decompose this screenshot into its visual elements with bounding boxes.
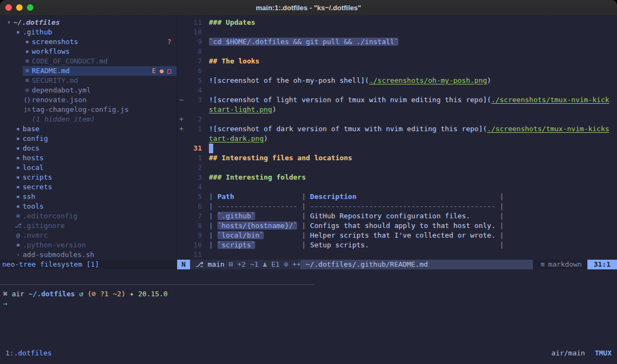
tree-item-github[interactable]: ▪.github xyxy=(0,27,177,37)
tree-item-inner: {}renovate.json xyxy=(23,95,177,105)
text-segment: | xyxy=(297,241,310,249)
prompt-line: ⌘ air ~/.dotfiles ↺ (⊘ ?1 ~2) ✦ 20.15.0 xyxy=(0,289,617,299)
mode-indicator: N xyxy=(177,260,190,269)
tree-item-inner: ▪.github xyxy=(13,27,177,37)
editor-line[interactable]: 11 xyxy=(177,250,617,260)
tmux-label: TMUX xyxy=(595,348,612,359)
tree-item-dotfiles[interactable]: ▾~/.dotfiles xyxy=(0,18,177,27)
tree-item-python-version[interactable]: ✱.python-version xyxy=(0,240,177,250)
tree-item-add-submodules-sh[interactable]: ›add-submodules.sh xyxy=(0,250,177,260)
tree-item-renovate-json[interactable]: {}renovate.json xyxy=(0,95,177,105)
tree-item-tools[interactable]: ▪tools xyxy=(0,202,177,211)
editor-line[interactable]: 9| `local/bin` | Helper scripts that I'v… xyxy=(177,231,617,240)
tree-item-inner: @.nvmrc xyxy=(13,231,177,240)
tree-item-inner: ▪hosts xyxy=(13,153,177,163)
text-segment: ## Interesting files and locations xyxy=(209,154,352,162)
editor-line[interactable]: tart-dark.png) xyxy=(177,134,617,144)
text-segment: | xyxy=(297,192,310,201)
tree-item-1-hidden-item[interactable]: (1 hidden item) xyxy=(0,115,177,124)
line-text: | `local/bin` | Helper scripts that I've… xyxy=(209,231,504,240)
text-segment: | xyxy=(495,222,504,230)
editor-line[interactable]: 3### Interesting folders xyxy=(177,173,617,182)
tree-item-ssh[interactable]: ▪ssh xyxy=(0,192,177,202)
editor-line[interactable]: start-light.png) xyxy=(177,105,617,115)
line-text: | ------------------- | ----------------… xyxy=(209,202,504,211)
folder-icon: ▪ xyxy=(13,173,23,182)
text-segment: Path xyxy=(218,192,234,201)
tree-item-security-md[interactable]: ≡SECURITY.md xyxy=(0,76,177,85)
editor-line[interactable]: 4 xyxy=(177,85,617,95)
gutter-sign xyxy=(177,47,187,56)
git-status-segment: ⊙ ++ xyxy=(284,260,300,269)
text-segment xyxy=(255,212,297,220)
zoom-button[interactable] xyxy=(27,4,33,11)
tree-item-label: .nvmrc xyxy=(23,231,48,240)
editor-line[interactable]: 7## The looks xyxy=(177,56,617,66)
tree-item-scripts[interactable]: ▪scripts xyxy=(0,173,177,182)
minimize-button[interactable] xyxy=(16,4,23,11)
tree-item-readme-md[interactable]: ≡README.mdE●□ xyxy=(0,66,177,76)
command-line xyxy=(0,269,617,279)
line-number: 8 xyxy=(187,221,202,231)
close-button[interactable] xyxy=(5,4,12,11)
editor-line[interactable]: 6 xyxy=(177,66,617,76)
node-version-label: ✦ 20.15.0 xyxy=(130,290,167,298)
tmux-right: air/main TMUX xyxy=(551,348,612,359)
editor-line[interactable]: 10| `scripts` | Setup scripts. | xyxy=(177,240,617,250)
tree-item-base[interactable]: ▪base xyxy=(0,124,177,134)
line-number: 31 xyxy=(187,144,202,153)
gutter-sign xyxy=(177,134,187,144)
tree-item-label: CODE_OF_CONDUCT.md xyxy=(32,56,108,66)
tree-item-label: dependabot.yml xyxy=(32,85,91,95)
editor-line[interactable]: 10 xyxy=(177,27,617,37)
text-segment: ) xyxy=(272,105,276,113)
editor-line[interactable]: 5![screenshot of the oh-my-posh shell](.… xyxy=(177,76,617,85)
gutter-sign xyxy=(177,85,187,95)
editor-line[interactable]: 7| `.github` | GitHub Repository configu… xyxy=(177,211,617,221)
terminal-window: main:1:.dotfiles - "ks~/.dotfiles" ▾~/.d… xyxy=(0,0,617,364)
editor-line[interactable]: 31 xyxy=(177,144,617,153)
window-titlebar: main:1:.dotfiles - "ks~/.dotfiles" xyxy=(0,0,617,16)
tree-item-dependabot-yml[interactable]: ⊙dependabot.yml xyxy=(0,85,177,95)
tree-item-hosts[interactable]: ▪hosts xyxy=(0,153,177,163)
editor-line[interactable]: +2 xyxy=(177,115,617,124)
editor-line[interactable]: ~3![screenshot of light version of tmux … xyxy=(177,95,617,105)
gutter-sign xyxy=(177,76,187,85)
text-segment: | xyxy=(209,231,218,239)
tree-item-tag-changelog-config-js[interactable]: jstag-changelog-config.js xyxy=(0,105,177,115)
editor-line[interactable]: +1![screenshot of dark version of tmux w… xyxy=(177,124,617,134)
editor-line[interactable]: 1## Interesting files and locations xyxy=(177,153,617,163)
line-text: ## Interesting files and locations xyxy=(209,153,352,163)
tree-item-local[interactable]: ▪local xyxy=(0,163,177,173)
tree-item-screenshots[interactable]: ▪screenshots? xyxy=(0,37,177,47)
gutter-sign xyxy=(177,27,187,37)
editor-line[interactable]: 9`cd $HOME/.dotfiles && git pull && ./in… xyxy=(177,37,617,47)
editor-line[interactable]: 6| ------------------- | ---------------… xyxy=(177,202,617,211)
tree-item-secrets[interactable]: ▪secrets xyxy=(0,182,177,192)
text-segment: | xyxy=(297,212,310,220)
editor-line[interactable]: 11### Updates xyxy=(177,18,617,27)
text-segment: | xyxy=(209,241,218,249)
line-text: ![screenshot of the oh-my-posh shell](./… xyxy=(209,76,491,85)
terminal-content: ▾~/.dotfiles▪.github▪screenshots?▪workfl… xyxy=(0,15,617,364)
gutter-sign xyxy=(177,153,187,163)
tree-item-editorconfig[interactable]: ⚙.editorconfig xyxy=(0,211,177,221)
tree-item-gitignore[interactable]: ⎇.gitignore xyxy=(0,221,177,231)
tree-item-inner: ▪docs xyxy=(13,144,177,153)
editor-line[interactable]: 5| Path | Description | xyxy=(177,192,617,202)
editor-line[interactable]: 8| `hosts/{hostname}/` | Configs that sh… xyxy=(177,221,617,231)
tree-item-workflows[interactable]: ▪workflows xyxy=(0,47,177,56)
tree-item-code-of-conduct-md[interactable]: ≡CODE_OF_CONDUCT.md xyxy=(0,56,177,66)
text-segment: Configs that should apply to that host o… xyxy=(310,222,495,230)
tree-item-docs[interactable]: ▪docs xyxy=(0,144,177,153)
tree-item-inner: ▪local xyxy=(13,163,177,173)
editor-line[interactable]: 4 xyxy=(177,182,617,192)
tree-item-nvmrc[interactable]: @.nvmrc xyxy=(0,231,177,240)
editor-line[interactable]: 8 xyxy=(177,47,617,56)
tmux-window-item[interactable]: 1:.dotfiles xyxy=(5,348,52,359)
tree-item-inner: ▪screenshots? xyxy=(23,37,177,47)
tree-item-config[interactable]: ▪config xyxy=(0,134,177,144)
editor-line[interactable]: 2 xyxy=(177,163,617,173)
text-segment: ) xyxy=(264,134,268,142)
folder-icon: ▪ xyxy=(13,124,23,134)
